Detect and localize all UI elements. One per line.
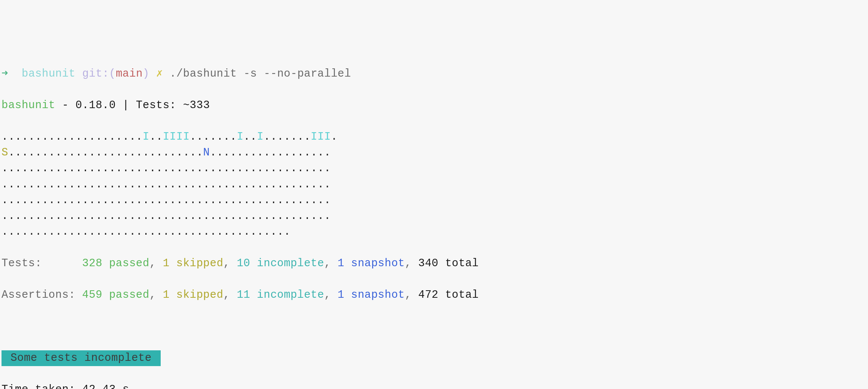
progress-line: ........................................… — [2, 208, 866, 224]
tests-label: Tests: — [136, 99, 183, 112]
prompt-dir: bashunit — [22, 68, 75, 80]
tests-summary-label: Tests: — [2, 257, 82, 270]
tests-snapshot: 1 snapshot — [338, 257, 405, 270]
progress-segment: .. — [149, 131, 163, 143]
status-line: Some tests incomplete — [2, 350, 866, 366]
prompt-arrow-icon: ➜ — [2, 68, 8, 80]
tests-approx: ~333 — [183, 99, 210, 112]
tool-version: 0.18.0 — [75, 99, 116, 112]
tests-passed: 328 passed — [82, 257, 149, 270]
header-sep: | — [116, 99, 136, 112]
progress-segment: ..................... — [2, 131, 143, 143]
tests-summary-line: Tests: 328 passed, 1 skipped, 10 incompl… — [2, 256, 866, 271]
assertions-skipped: 1 skipped — [163, 289, 223, 301]
tests-incomplete: 10 incomplete — [237, 257, 324, 270]
progress-segment: I — [143, 131, 149, 143]
progress-segment: ........................................… — [2, 178, 331, 191]
progress-segment: ....... — [264, 131, 310, 143]
progress-segment: ....... — [190, 131, 237, 143]
command-text[interactable]: ./bashunit -s --no-parallel — [170, 68, 351, 80]
git-prefix: git:( — [82, 68, 116, 80]
header-line: bashunit - 0.18.0 | Tests: ~333 — [2, 98, 866, 113]
assertions-passed: 459 passed — [82, 289, 149, 301]
progress-segment: S — [2, 146, 8, 159]
assertions-summary-line: Assertions: 459 passed, 1 skipped, 11 in… — [2, 287, 866, 303]
progress-line: ........................................… — [2, 177, 866, 193]
progress-output: .....................I..IIII.......I..I.… — [2, 129, 866, 240]
progress-segment: ........................................… — [2, 194, 331, 207]
progress-line: .....................I..IIII.......I..I.… — [2, 129, 866, 145]
time-line: Time taken: 42.43 s — [2, 382, 866, 389]
assertions-total: 472 total — [418, 289, 479, 301]
git-branch: main — [116, 68, 143, 80]
progress-segment: ........................................… — [2, 210, 331, 222]
tool-name: bashunit — [2, 99, 55, 112]
time-value: 42.43 s — [82, 383, 129, 389]
tests-total: 340 total — [418, 257, 479, 270]
progress-line: ........................................… — [2, 161, 866, 176]
assertions-summary-label: Assertions: — [2, 289, 82, 301]
progress-segment: ........................................… — [2, 226, 291, 238]
assertions-snapshot: 1 snapshot — [338, 289, 405, 301]
progress-segment: .................. — [210, 146, 331, 159]
progress-segment: IIII — [163, 131, 190, 143]
status-badge: Some tests incomplete — [2, 350, 161, 366]
progress-segment: N — [203, 146, 210, 159]
prompt-line: ➜ bashunit git:(main) ✗ ./bashunit -s --… — [2, 66, 866, 82]
progress-segment: I — [257, 131, 264, 143]
tests-skipped: 1 skipped — [163, 257, 223, 270]
progress-segment: ............................. — [8, 146, 203, 159]
progress-segment: .. — [244, 131, 257, 143]
progress-segment: ........................................… — [2, 162, 331, 175]
progress-line: S.............................N.........… — [2, 145, 866, 161]
progress-line: ........................................… — [2, 193, 866, 208]
time-label: Time taken: — [2, 383, 82, 389]
git-suffix: ) — [143, 68, 149, 80]
assertions-incomplete: 11 incomplete — [237, 289, 324, 301]
progress-segment: III — [311, 131, 331, 143]
progress-segment: I — [237, 131, 244, 143]
git-dirty-icon: ✗ — [156, 68, 163, 80]
header-dash: - — [55, 99, 75, 112]
progress-segment: . — [331, 131, 338, 143]
progress-line: ........................................… — [2, 224, 866, 240]
